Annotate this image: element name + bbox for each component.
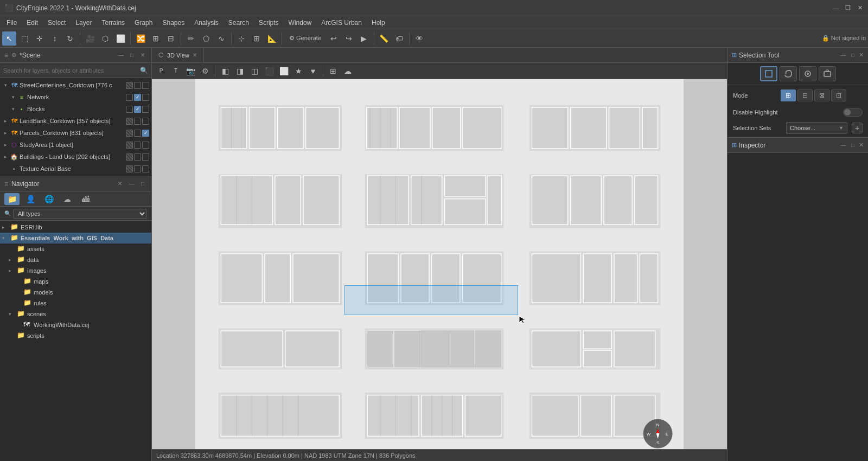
view-snap1-btn[interactable]: ⊞ [326,64,340,78]
layer-expand-icon[interactable]: ▸ [2,118,9,124]
sel-tool-maximize[interactable]: □ [849,52,857,59]
sets-add-btn[interactable]: + [852,123,863,133]
nav-type-filter[interactable]: All types [13,209,147,219]
layer-checkbox[interactable] [126,130,133,137]
view-render3-btn[interactable]: ◫ [247,64,261,78]
minimize-btn[interactable]: — [832,4,840,12]
move-btn[interactable]: ↕ [48,31,62,46]
menu-item-shapes[interactable]: Shapes [158,18,189,28]
close-btn[interactable]: ✕ [856,4,864,12]
inspector-maximize[interactable]: □ [849,142,857,149]
menu-item-help[interactable]: Help [367,18,390,28]
layer-vis-btn[interactable]: 👁 [412,31,426,46]
view-camera-btn[interactable]: 📷 [183,64,197,78]
block-btn[interactable]: ⊞ [149,31,163,46]
sel-tool-minimize[interactable]: — [839,52,847,59]
layer-checkbox[interactable] [134,142,141,149]
nav-tree-item[interactable]: 📁models [0,287,151,298]
sel-tool-close[interactable]: ✕ [859,52,864,59]
shape-btn[interactable]: ⬠ [199,31,213,46]
view-render4-btn[interactable]: ⬛ [262,64,276,78]
maximize-btn[interactable]: ❐ [844,4,852,12]
layer-checkbox[interactable] [142,142,149,149]
nav-cloud-btn[interactable]: ☁ [60,193,75,205]
layer-checkbox[interactable] [134,82,141,89]
menu-item-window[interactable]: Window [284,18,316,28]
street-btn[interactable]: 🔀 [133,31,148,46]
nav-tree-item[interactable]: ▸📁data [0,254,151,265]
navigator-close-btn[interactable]: ✕ [116,180,124,188]
draw-btn[interactable]: ✏ [184,31,198,46]
layer-checkbox[interactable] [142,153,149,161]
tag-btn[interactable]: 🏷 [392,31,406,46]
nav-tree-item[interactable]: 🗺WorkingWithData.cej [0,319,151,330]
layer-checkbox[interactable]: ✓ [142,130,149,137]
marquee-btn[interactable]: ⬚ [17,31,31,46]
view-render6-btn[interactable]: ★ [291,64,305,78]
menu-item-analysis[interactable]: Analysis [190,18,223,28]
mode-btn-rect[interactable]: ⊞ [781,89,796,101]
layer-expand-icon[interactable]: ▸ [2,130,9,136]
layer-checkbox[interactable]: ✓ [134,94,141,101]
sel-mode-lasso-btn[interactable] [780,66,797,81]
inspector-minimize[interactable]: — [839,142,847,149]
curve-btn[interactable]: ∿ [214,31,228,46]
layer-expand-icon[interactable]: ▾ [10,94,16,100]
layer-item[interactable]: ▾🗺StreetCenterlines_Corktown [776 c [0,79,151,91]
layer-checkbox[interactable] [142,165,149,172]
inspector-close[interactable]: ✕ [859,142,864,149]
nav-tree-item[interactable]: 📁rules [0,298,151,309]
redo-gen-btn[interactable]: ↪ [342,31,356,46]
menu-item-arcgis urban[interactable]: ArcGIS Urban [317,18,366,28]
nav-city-btn[interactable]: 🏙 [78,193,93,205]
camera-btn[interactable]: 🎥 [83,31,97,46]
nav-network-btn[interactable]: 🌐 [41,193,56,205]
view-tab-close[interactable]: ✕ [193,52,197,58]
nav-tree-item[interactable]: ▾📁Essentials_Work_with_GIS_Data [0,233,151,244]
pan-btn[interactable]: ✛ [33,31,47,46]
nav-tree-item[interactable]: ▸📁ESRI.lib [0,222,151,233]
generate-btn[interactable]: ⚙ Generate [285,31,326,46]
sel-mode-camera-btn[interactable] [819,66,836,81]
view-snap2-btn[interactable]: ☁ [341,64,355,78]
menu-item-file[interactable]: File [2,18,21,28]
sel-mode-rect-btn[interactable] [760,66,777,81]
nav-tree-item[interactable]: ▸📁images [0,265,151,276]
disable-highlight-toggle[interactable] [843,108,863,117]
persp-btn[interactable]: ⬡ [98,31,112,46]
ruler-btn[interactable]: 📏 [377,31,391,46]
nav-maximize-btn[interactable]: □ [138,180,147,188]
nav-folder-btn[interactable]: 📁 [4,193,20,205]
layer-checkbox[interactable] [126,94,133,101]
mode-btn-inside[interactable]: ⊠ [814,89,829,101]
menu-item-terrains[interactable]: Terrains [97,18,129,28]
view-settings-btn[interactable]: ⚙ [198,64,212,78]
layer-checkbox[interactable] [142,118,149,125]
nav-tree-item[interactable]: 📁scripts [0,330,151,341]
nav-minimize-btn[interactable]: — [127,180,136,188]
layer-item[interactable]: ▸🏠Buildings - Land Use [202 objects] [0,151,151,163]
scene-close-btn[interactable]: ✕ [138,51,147,60]
layer-checkbox[interactable] [142,94,149,101]
layer-checkbox[interactable] [126,118,133,125]
view-render5-btn[interactable]: ⬜ [277,64,291,78]
sel-mode-paint-btn[interactable] [799,66,816,81]
measure-btn[interactable]: 📐 [265,31,279,46]
view-render1-btn[interactable]: ◧ [218,64,232,78]
view-tab-3d[interactable]: ⬡ 3D View ✕ [152,48,204,62]
undo-gen-btn[interactable]: ↩ [327,31,341,46]
layer-item[interactable]: ▪Texture Aerial Base [0,163,151,175]
layer-checkbox[interactable] [142,106,149,113]
layer-expand-icon[interactable]: ▸ [2,154,9,159]
layer-item[interactable]: ▸🗺LandBank_Corktown [357 objects] [0,115,151,127]
snap-btn[interactable]: ⊹ [234,31,248,46]
viewport[interactable]: N S E W [152,79,727,449]
select-tool-btn[interactable]: ↖ [2,31,16,46]
rotate-btn[interactable]: ↻ [63,31,77,46]
menu-item-scripts[interactable]: Scripts [254,18,283,28]
scene-maximize-btn[interactable]: □ [127,51,136,60]
nav-tree-item[interactable]: ▾📁scenes [0,309,151,319]
layer-item[interactable]: ▸⬡StudyArea [1 object] [0,139,151,151]
layer-checkbox[interactable] [126,165,133,172]
mode-btn-outside[interactable]: ⊡ [831,89,846,101]
